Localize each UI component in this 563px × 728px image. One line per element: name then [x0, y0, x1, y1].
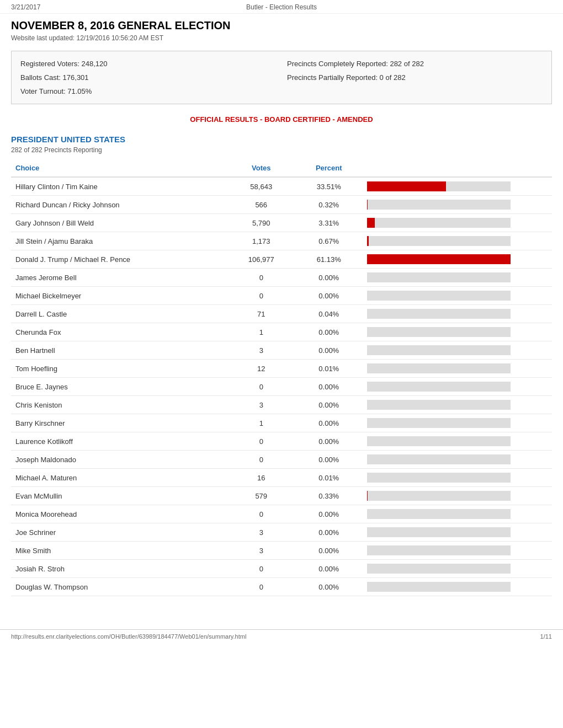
candidate-bar-cell [363, 469, 552, 487]
bar-background [367, 254, 511, 264]
bar-fill [367, 181, 446, 191]
table-row: Douglas W. Thompson 0 0.00% [11, 578, 552, 596]
candidate-percent: 0.00% [295, 378, 363, 396]
bar-background [367, 436, 511, 446]
candidate-bar-cell [363, 378, 552, 396]
candidate-votes: 1 [227, 323, 295, 341]
candidate-percent: 0.00% [295, 542, 363, 560]
bar-background [367, 473, 511, 483]
candidate-votes: 0 [227, 560, 295, 578]
candidate-name: Josiah R. Stroh [11, 560, 227, 578]
candidate-votes: 3 [227, 341, 295, 360]
candidate-percent: 0.00% [295, 432, 363, 451]
candidate-name: Douglas W. Thompson [11, 578, 227, 596]
candidate-name: James Jerome Bell [11, 269, 227, 287]
candidate-votes: 1,173 [227, 232, 295, 250]
candidate-percent: 61.13% [295, 250, 363, 269]
bar-background [367, 309, 511, 319]
table-row: Michael A. Maturen 16 0.01% [11, 469, 552, 487]
candidate-name: Ben Hartnell [11, 341, 227, 360]
candidate-votes: 0 [227, 378, 295, 396]
candidate-percent: 0.00% [295, 560, 363, 578]
candidate-name: Jill Stein / Ajamu Baraka [11, 232, 227, 250]
bar-background [367, 382, 511, 392]
col-header-votes: Votes [227, 159, 295, 177]
footer-page: 1/11 [540, 633, 552, 640]
candidate-bar-cell [363, 305, 552, 323]
candidate-percent: 0.00% [295, 523, 363, 542]
bar-background [367, 181, 511, 191]
candidate-bar-cell [363, 414, 552, 432]
candidate-name: Chris Keniston [11, 396, 227, 414]
candidate-votes: 0 [227, 269, 295, 287]
col-header-choice: Choice [11, 159, 227, 177]
candidate-bar-cell [363, 505, 552, 523]
stats-box: Registered Voters: 248,120 Precincts Com… [11, 51, 552, 104]
candidate-votes: 16 [227, 469, 295, 487]
table-row: Monica Moorehead 0 0.00% [11, 505, 552, 523]
candidate-percent: 33.51% [295, 177, 363, 196]
table-row: Ben Hartnell 3 0.00% [11, 341, 552, 360]
candidate-percent: 0.00% [295, 414, 363, 432]
candidate-name: Joseph Maldonado [11, 451, 227, 469]
col-header-percent: Percent [295, 159, 363, 177]
candidate-name: Gary Johnson / Bill Weld [11, 214, 227, 232]
candidate-percent: 0.00% [295, 396, 363, 414]
table-row: Darrell L. Castle 71 0.04% [11, 305, 552, 323]
table-row: James Jerome Bell 0 0.00% [11, 269, 552, 287]
candidate-name: Evan McMullin [11, 487, 227, 505]
bar-background [367, 582, 511, 592]
results-table: Choice Votes Percent Hillary Clinton / T… [11, 159, 552, 596]
candidate-name: Hillary Clinton / Tim Kaine [11, 177, 227, 196]
candidate-bar-cell [363, 287, 552, 305]
candidate-percent: 0.32% [295, 196, 363, 214]
candidate-bar-cell [363, 560, 552, 578]
table-row: Bruce E. Jaynes 0 0.00% [11, 378, 552, 396]
candidate-votes: 0 [227, 432, 295, 451]
stat-precincts-partial: Precincts Partially Reported: 0 of 282 [287, 72, 543, 83]
table-row: Tom Hoefling 12 0.01% [11, 360, 552, 378]
candidate-votes: 0 [227, 578, 295, 596]
candidate-bar-cell [363, 360, 552, 378]
bar-background [367, 272, 511, 282]
bar-background [367, 291, 511, 301]
candidate-name: Laurence Kotlikoff [11, 432, 227, 451]
table-header-row: Choice Votes Percent [11, 159, 552, 177]
candidate-name: Monica Moorehead [11, 505, 227, 523]
precincts-reporting: 282 of 282 Precincts Reporting [11, 146, 552, 154]
candidate-percent: 0.00% [295, 341, 363, 360]
candidate-bar-cell [363, 578, 552, 596]
election-title: NOVEMBER 8, 2016 GENERAL ELECTION [11, 19, 552, 32]
candidate-name: Richard Duncan / Ricky Johnson [11, 196, 227, 214]
table-row: Joseph Maldonado 0 0.00% [11, 451, 552, 469]
stat-turnout: Voter Turnout: 71.05% [20, 85, 276, 97]
race-title: PRESIDENT UNITED STATES [11, 135, 552, 144]
table-row: Cherunda Fox 1 0.00% [11, 323, 552, 341]
candidate-name: Barry Kirschner [11, 414, 227, 432]
page-title: Butler - Election Results [246, 3, 317, 11]
candidate-name: Joe Schriner [11, 523, 227, 542]
candidate-votes: 0 [227, 451, 295, 469]
candidate-percent: 3.31% [295, 214, 363, 232]
table-row: Gary Johnson / Bill Weld 5,790 3.31% [11, 214, 552, 232]
candidate-votes: 0 [227, 287, 295, 305]
bar-fill [367, 200, 368, 210]
candidate-bar-cell [363, 269, 552, 287]
candidate-bar-cell [363, 542, 552, 560]
candidate-bar-cell [363, 432, 552, 451]
candidate-votes: 1 [227, 414, 295, 432]
bar-background [367, 400, 511, 410]
candidate-votes: 71 [227, 305, 295, 323]
candidate-percent: 0.00% [295, 323, 363, 341]
candidate-percent: 0.01% [295, 469, 363, 487]
candidate-bar-cell [363, 341, 552, 360]
candidate-votes: 579 [227, 487, 295, 505]
candidate-bar-cell [363, 451, 552, 469]
bar-background [367, 564, 511, 574]
table-row: Hillary Clinton / Tim Kaine 58,643 33.51… [11, 177, 552, 196]
last-updated: Website last updated: 12/19/2016 10:56:2… [11, 34, 552, 42]
bar-background [367, 327, 511, 337]
page-footer: http://results.enr.clarityelections.com/… [0, 629, 563, 643]
candidate-name: Mike Smith [11, 542, 227, 560]
candidate-percent: 0.04% [295, 305, 363, 323]
